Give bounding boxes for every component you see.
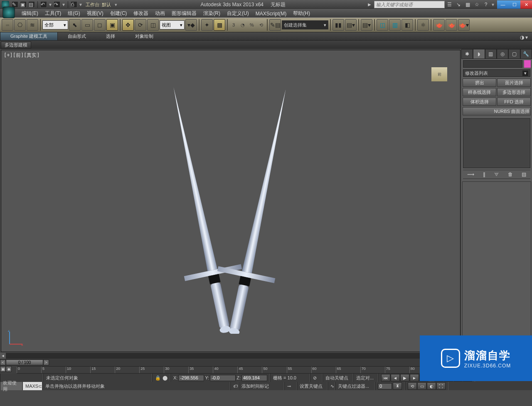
nav-maxview-icon[interactable]: ⛶: [436, 382, 446, 390]
refcoord-combo[interactable]: 视图▾: [160, 20, 185, 29]
redo-drop[interactable]: ▾: [61, 2, 66, 7]
trackbar-open-icon[interactable]: ▣: [0, 366, 6, 372]
lock-icon[interactable]: 🔒: [155, 375, 161, 381]
select-region-icon[interactable]: ◻: [94, 19, 106, 31]
unlink-tool-icon[interactable]: ⎔: [14, 19, 26, 31]
selection-lock-combo[interactable]: 选定对...: [353, 374, 378, 382]
help-icon[interactable]: ?: [482, 1, 490, 8]
modifier-stack[interactable]: [463, 118, 530, 168]
ts-prev-icon[interactable]: <: [0, 360, 6, 365]
renderframe-icon[interactable]: 🫖: [446, 19, 457, 31]
tag-icon[interactable]: 🏷: [233, 384, 238, 389]
menu-maxscript[interactable]: MAXScript(M): [252, 10, 290, 17]
help-drop[interactable]: ▾: [490, 2, 495, 7]
mod-ffdsel-button[interactable]: FFD 选择: [497, 98, 531, 106]
object-color-swatch[interactable]: [524, 60, 531, 68]
maxscript-label[interactable]: MAXS⊂: [22, 382, 42, 390]
trackbar-key-icon[interactable]: ◆: [6, 366, 12, 372]
ribbon-tab-select[interactable]: 选择: [96, 32, 125, 40]
show-end-icon[interactable]: ‖: [483, 171, 485, 177]
application-menu-icon[interactable]: [2, 7, 15, 18]
current-frame-field[interactable]: 0: [378, 383, 392, 389]
cp-tab-hierarchy-icon[interactable]: ▥: [485, 49, 497, 59]
dopesheet-icon[interactable]: ▥: [389, 19, 401, 31]
redo-icon[interactable]: ↷: [54, 1, 60, 8]
keyfilter-icon[interactable]: ∿: [330, 384, 334, 389]
nav-roll-icon[interactable]: ◐: [427, 382, 436, 390]
schematic-icon[interactable]: ◧: [401, 19, 413, 31]
key-lock-icon[interactable]: ⊘: [313, 375, 317, 381]
keyfilter-button[interactable]: 关键点过滤器...: [335, 382, 375, 390]
materialeditor-icon[interactable]: ⚛: [417, 19, 429, 31]
cp-tab-display-icon[interactable]: ▢: [508, 49, 520, 59]
favorite-icon[interactable]: ☆: [473, 1, 481, 8]
ribbon-polymodel[interactable]: 多边形建模: [1, 42, 31, 49]
editnamedsel-icon[interactable]: ✎▤: [269, 19, 281, 31]
snap-3-icon[interactable]: 3: [229, 22, 238, 27]
rollup-area[interactable]: [462, 181, 531, 357]
mirror-icon[interactable]: ▮▮: [332, 19, 344, 31]
next-frame-icon[interactable]: ►: [410, 374, 419, 382]
tool-icon[interactable]: ↘: [454, 1, 463, 8]
menu-views[interactable]: 视图(V): [84, 10, 107, 17]
save-icon[interactable]: ▤: [28, 1, 35, 8]
play-icon[interactable]: ▶: [400, 374, 409, 382]
manipulate-icon[interactable]: ✦: [201, 19, 213, 31]
object-name-field[interactable]: [463, 60, 522, 68]
selection-filter-combo[interactable]: 全部▾: [42, 20, 68, 29]
layers-icon[interactable]: ☰: [445, 1, 453, 8]
time-slider-handle[interactable]: 0 / 100: [6, 360, 43, 365]
menu-rendering[interactable]: 渲染(R): [200, 10, 224, 17]
link-drop[interactable]: ▾: [78, 2, 83, 7]
mod-polysel-button[interactable]: 多边形选择: [497, 88, 531, 96]
add-time-tag[interactable]: 添加时间标记: [239, 382, 284, 390]
align-icon[interactable]: ▤▾: [345, 19, 357, 31]
search-input[interactable]: 输入关键字或短语: [374, 1, 445, 8]
bind-spacewarp-icon[interactable]: ≋: [27, 19, 38, 31]
keymode-icon[interactable]: ⊸: [287, 384, 291, 389]
viewport-scrollbar[interactable]: ◄►: [0, 353, 461, 359]
angle-snap-icon[interactable]: ◔: [239, 22, 247, 28]
autokey-button[interactable]: 自动关键点: [323, 374, 353, 382]
unique-icon[interactable]: ⩔: [494, 171, 499, 177]
close-button[interactable]: ✕: [520, 0, 532, 9]
scale-icon[interactable]: ◫: [147, 19, 159, 31]
subscription-icon[interactable]: ▦: [463, 1, 472, 8]
select-name-icon[interactable]: ▭: [81, 19, 93, 31]
link-icon[interactable]: ⎙: [71, 1, 77, 8]
undo-drop[interactable]: ▾: [48, 2, 53, 7]
ts-next-icon[interactable]: >: [43, 360, 49, 365]
prev-frame-icon[interactable]: ◄: [391, 374, 400, 382]
menu-edit[interactable]: 编辑(E): [18, 10, 42, 17]
percent-snap-icon[interactable]: %: [248, 22, 256, 27]
pin-stack-icon[interactable]: ⟿: [467, 171, 474, 177]
viewcube[interactable]: 前: [431, 67, 448, 82]
coord-y-field[interactable]: -0.0: [210, 375, 236, 381]
mod-splinesel-button[interactable]: 样条线选择: [463, 88, 496, 96]
window-crossing-icon[interactable]: ▣: [106, 19, 118, 31]
link-tool-icon[interactable]: ⎓: [2, 19, 13, 31]
cp-tab-create-icon[interactable]: ✱: [461, 49, 473, 59]
cp-tab-motion-icon[interactable]: ◎: [497, 49, 508, 59]
mod-volsel-button[interactable]: 体积选择: [463, 98, 496, 106]
arrow-icon[interactable]: ►: [365, 1, 374, 8]
timeconfig-icon[interactable]: ⧗: [393, 382, 402, 390]
spinner-snap-icon[interactable]: ⟲: [257, 22, 265, 28]
rotate-icon[interactable]: ⟳: [135, 19, 146, 31]
ribbon-collapse-icon[interactable]: ◑ ▾: [516, 34, 532, 40]
workspace-selector[interactable]: 工作台: 默认 ▾: [86, 2, 118, 8]
menu-animation[interactable]: 动画: [152, 10, 168, 17]
open-icon[interactable]: ▣: [20, 1, 27, 8]
mod-extrude-button[interactable]: 挤出: [463, 78, 496, 87]
ribbon-tab-graphite[interactable]: Graphite 建模工具: [0, 32, 58, 40]
ribbon-tab-objpaint[interactable]: 对象绘制: [125, 32, 163, 40]
layers-icon[interactable]: ▤▾: [361, 19, 372, 31]
render-icon[interactable]: 🫖▾: [458, 19, 470, 31]
viewport-label[interactable]: [+][前][真实]: [4, 52, 40, 59]
mod-nurbs-button[interactable]: NURBS 曲面选择: [463, 107, 531, 115]
menu-create[interactable]: 创建(C): [107, 10, 131, 17]
named-selection-combo[interactable]: 创建选择集▾: [282, 20, 328, 29]
cp-tab-modify-icon[interactable]: ◗: [473, 49, 485, 59]
coord-z-field[interactable]: 469.184: [241, 375, 267, 381]
rendersetup-icon[interactable]: 🫖: [433, 19, 445, 31]
